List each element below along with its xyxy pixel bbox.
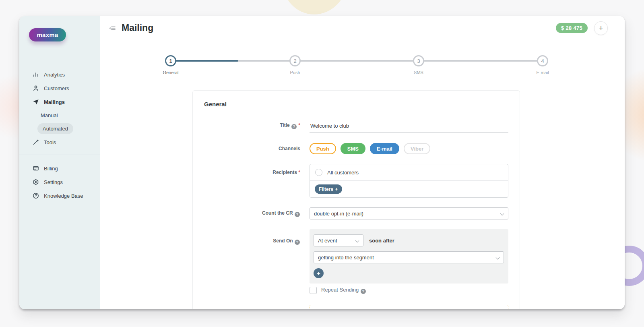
general-form-card: General Title * Channels bbox=[192, 90, 520, 309]
sidebar-item-label: Analytics bbox=[44, 72, 65, 78]
recipients-row: Recipients * All customers bbox=[204, 164, 508, 198]
channels-control: Push SMS E-mail Viber bbox=[310, 143, 508, 154]
card-title: General bbox=[204, 101, 508, 108]
help-icon[interactable] bbox=[361, 289, 366, 294]
balance-badge[interactable]: $ 28 475 bbox=[556, 23, 588, 33]
title-row: Title * bbox=[204, 122, 508, 133]
question-icon bbox=[32, 192, 39, 199]
maxma-logo[interactable]: maxma bbox=[29, 28, 66, 41]
sidebar-item-automated[interactable]: Automated bbox=[19, 122, 100, 135]
step-2-label: Push bbox=[267, 70, 323, 75]
content-area: 1 General 2 Push 3 SMS 4 E-mail General … bbox=[100, 40, 625, 309]
paper-plane-icon bbox=[32, 99, 39, 106]
credit-card-icon bbox=[32, 165, 39, 172]
count-cr-row: Count the CR double opt-in (e-mail) bbox=[204, 207, 508, 219]
channel-viber[interactable]: Viber bbox=[404, 143, 430, 154]
segment-select[interactable]: getting into the segment bbox=[314, 251, 504, 263]
count-cr-control: double opt-in (e-mail) bbox=[310, 207, 508, 219]
help-icon[interactable] bbox=[295, 212, 300, 217]
title-control bbox=[310, 122, 508, 133]
sidebar-item-analytics[interactable]: Analytics bbox=[19, 68, 100, 81]
rewards-control: + Add New bbox=[310, 305, 508, 309]
sidebar-collapse-icon[interactable] bbox=[107, 23, 118, 33]
sidebar-item-label: Knowledge Base bbox=[44, 193, 83, 199]
add-reward-button[interactable]: + Add New bbox=[310, 305, 508, 309]
sidebar-item-label: Automated bbox=[37, 123, 73, 134]
channel-push[interactable]: Push bbox=[310, 143, 336, 154]
help-icon[interactable] bbox=[291, 124, 297, 129]
send-on-label: Send On bbox=[204, 229, 300, 284]
sidebar-item-knowledge-base[interactable]: Knowledge Base bbox=[19, 189, 100, 203]
sidebar-item-label: Tools bbox=[44, 139, 56, 145]
add-condition-button[interactable]: + bbox=[314, 268, 324, 278]
repeat-sending-checkbox[interactable] bbox=[310, 287, 317, 294]
add-button[interactable]: + bbox=[594, 21, 608, 35]
event-type-select[interactable]: At event bbox=[314, 234, 363, 246]
send-on-event-row: At event soon after bbox=[314, 234, 504, 246]
rewards-row: Rewards + Add New bbox=[204, 305, 508, 309]
filters-area: Filters + bbox=[310, 181, 508, 197]
filters-button[interactable]: Filters + bbox=[315, 184, 342, 194]
count-cr-label: Count the CR bbox=[204, 210, 300, 217]
repeat-control: Repeat Sending bbox=[310, 287, 508, 294]
step-4-email[interactable]: 4 bbox=[537, 55, 548, 66]
sidebar-item-label: Mailings bbox=[44, 99, 65, 105]
count-cr-select[interactable]: double opt-in (e-mail) bbox=[310, 207, 508, 219]
person-icon bbox=[32, 85, 39, 92]
header-actions: $ 28 475 + bbox=[556, 21, 608, 35]
page-title: Mailing bbox=[122, 23, 153, 33]
all-customers-radio[interactable] bbox=[315, 169, 322, 176]
app-window: maxma Analytics Customers Mailings bbox=[19, 16, 625, 309]
sidebar-item-billing[interactable]: Billing bbox=[19, 161, 100, 175]
send-on-row: Send On At event soon after bbox=[204, 229, 508, 284]
sidebar-item-label: Settings bbox=[44, 179, 63, 185]
sidebar-item-label: Billing bbox=[44, 166, 58, 172]
sidebar-item-label: Customers bbox=[44, 85, 69, 91]
bar-chart-icon bbox=[32, 71, 39, 78]
channel-email[interactable]: E-mail bbox=[370, 143, 399, 154]
help-icon[interactable] bbox=[295, 240, 300, 245]
gear-icon bbox=[32, 179, 39, 186]
sidebar-item-customers[interactable]: Customers bbox=[19, 81, 100, 95]
step-3-sms[interactable]: 3 bbox=[413, 55, 424, 66]
send-on-suffix: soon after bbox=[369, 238, 394, 244]
sidebar-item-settings[interactable]: Settings bbox=[19, 175, 100, 189]
step-3-label: SMS bbox=[390, 70, 447, 75]
plus-icon: + bbox=[335, 186, 338, 192]
step-1-general[interactable]: 1 bbox=[165, 55, 176, 66]
required-marker: * bbox=[298, 122, 300, 128]
sidebar-divider bbox=[19, 155, 100, 155]
step-2-push[interactable]: 2 bbox=[289, 55, 301, 66]
repeat-label-spacer bbox=[204, 287, 300, 294]
sidebar-item-label: Manual bbox=[41, 112, 58, 118]
step-4-label: E-mail bbox=[514, 70, 571, 75]
sidebar-nav: Analytics Customers Mailings Manual Auto… bbox=[19, 68, 100, 203]
sidebar-item-tools[interactable]: Tools bbox=[19, 135, 100, 149]
all-customers-option: All customers bbox=[310, 164, 508, 180]
send-on-panel: At event soon after getting into the seg… bbox=[310, 229, 508, 284]
title-label: Title * bbox=[204, 122, 300, 133]
required-marker: * bbox=[298, 170, 300, 175]
page-header: Mailing $ 28 475 + bbox=[100, 16, 625, 40]
title-input[interactable] bbox=[310, 123, 508, 133]
sidebar-item-manual[interactable]: Manual bbox=[19, 109, 100, 122]
wizard-stepper: 1 General 2 Push 3 SMS 4 E-mail bbox=[100, 40, 625, 81]
channels-label: Channels bbox=[204, 145, 300, 152]
channels-row: Channels Push SMS E-mail Viber bbox=[204, 143, 508, 154]
magic-wand-icon bbox=[32, 139, 39, 146]
recipients-control: All customers Filters + bbox=[310, 164, 508, 198]
logo-text: maxma bbox=[37, 31, 58, 38]
chevron-down-icon bbox=[500, 212, 504, 216]
channel-sms[interactable]: SMS bbox=[341, 143, 365, 154]
chevron-down-icon bbox=[355, 239, 359, 243]
sidebar: maxma Analytics Customers Mailings bbox=[19, 16, 100, 309]
step-1-label: General bbox=[142, 70, 199, 75]
chevron-down-icon bbox=[496, 256, 500, 260]
rewards-label: Rewards bbox=[204, 305, 300, 309]
repeat-sending-label: Repeat Sending bbox=[321, 287, 366, 294]
recipients-label: Recipients * bbox=[204, 164, 300, 198]
sidebar-item-mailings[interactable]: Mailings bbox=[19, 95, 100, 109]
send-on-control: At event soon after getting into the seg… bbox=[310, 229, 508, 284]
recipients-box: All customers Filters + bbox=[310, 164, 508, 198]
repeat-row: Repeat Sending bbox=[204, 287, 508, 294]
